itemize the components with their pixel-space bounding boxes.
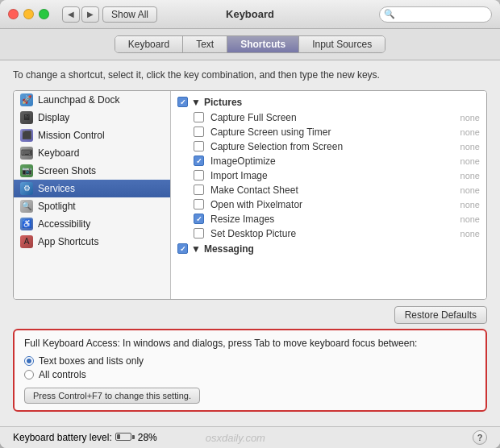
radio-all-controls[interactable]: All controls xyxy=(24,369,476,380)
instruction-text: To change a shortcut, select it, click t… xyxy=(13,68,487,82)
keyboard-icon: ⌨ xyxy=(20,147,33,160)
item-shortcut-4: none xyxy=(460,171,480,180)
screenshot-icon: 📷 xyxy=(20,164,33,177)
content-area: To change a shortcut, select it, click t… xyxy=(0,60,500,426)
item-label-7: Resize Images xyxy=(210,214,274,225)
item-shortcut-2: none xyxy=(460,142,480,151)
battery-label: Keyboard battery level: xyxy=(13,432,112,443)
right-item-8[interactable]: Set Desktop Picture none xyxy=(171,226,486,241)
sub-section-title: Messaging xyxy=(204,243,254,255)
shortcuts-pane: 🚀 Launchpad & Dock 🖥 Display ⬛ Mission C… xyxy=(13,90,487,300)
left-item-label: Mission Control xyxy=(38,130,105,141)
left-item-screenshots[interactable]: 📷 Screen Shots xyxy=(14,162,170,180)
item-label-0: Capture Full Screen xyxy=(210,112,297,123)
item-shortcut-8: none xyxy=(460,229,480,239)
minimize-button[interactable] xyxy=(23,9,34,19)
nav-buttons: ◀ ▶ xyxy=(62,6,99,23)
restore-defaults-button[interactable]: Restore Defaults xyxy=(394,306,487,324)
fka-title: Full Keyboard Access: In windows and dia… xyxy=(24,337,476,351)
ctrl-f7-button[interactable]: Press Control+F7 to change this setting. xyxy=(24,388,200,404)
tab-keyboard[interactable]: Keyboard xyxy=(115,36,183,52)
radio-text-boxes[interactable]: Text boxes and lists only xyxy=(24,355,476,367)
section-checkbox[interactable] xyxy=(177,97,188,107)
status-bar: Keyboard battery level: 28% osxdaily.com… xyxy=(0,426,500,448)
accessibility-icon: ♿ xyxy=(20,218,33,230)
item-checkbox-7[interactable] xyxy=(194,214,204,224)
item-checkbox-2[interactable] xyxy=(194,141,204,151)
title-bar: ◀ ▶ Show All Keyboard 🔍 xyxy=(0,0,500,29)
left-item-services[interactable]: ⚙ Services xyxy=(14,180,170,197)
right-item-1[interactable]: Capture Screen using Timer none xyxy=(171,125,486,139)
right-item-6[interactable]: Open with Pixelmator none xyxy=(171,197,486,212)
item-label-4: Import Image xyxy=(210,170,268,181)
item-label-1: Capture Screen using Timer xyxy=(210,127,331,138)
left-item-label: Spotlight xyxy=(38,201,76,212)
left-item-label: Keyboard xyxy=(38,147,79,159)
left-item-label: Services xyxy=(38,183,75,194)
right-item-3[interactable]: ImageOptimize none xyxy=(171,154,486,168)
item-checkbox-4[interactable] xyxy=(194,170,204,180)
item-checkbox-5[interactable] xyxy=(194,185,204,195)
item-checkbox-1[interactable] xyxy=(194,127,204,137)
show-all-button[interactable]: Show All xyxy=(102,6,157,23)
battery-percentage: 28% xyxy=(138,432,157,443)
item-checkbox-8[interactable] xyxy=(194,228,204,239)
left-item-label: App Shortcuts xyxy=(38,236,98,247)
left-item-accessibility[interactable]: ♿ Accessibility xyxy=(14,215,170,233)
maximize-button[interactable] xyxy=(39,9,49,19)
item-label-5: Make Contact Sheet xyxy=(210,185,298,196)
help-button[interactable]: ? xyxy=(473,430,487,445)
keyboard-window: ◀ ▶ Show All Keyboard 🔍 Keyboard Text Sh… xyxy=(0,0,500,448)
tab-input-sources[interactable]: Input Sources xyxy=(299,36,385,52)
item-shortcut-7: none xyxy=(460,214,480,224)
item-checkbox-3[interactable] xyxy=(194,156,204,166)
left-item-keyboard[interactable]: ⌨ Keyboard xyxy=(14,144,170,162)
item-checkbox-6[interactable] xyxy=(194,199,204,209)
item-shortcut-5: none xyxy=(460,185,480,195)
item-label-2: Capture Selection from Screen xyxy=(210,141,343,152)
sub-section-checkbox[interactable] xyxy=(177,243,188,254)
radio-all-controls-label: All controls xyxy=(39,369,86,380)
item-label-8: Set Desktop Picture xyxy=(210,228,296,239)
full-keyboard-access-box: Full Keyboard Access: In windows and dia… xyxy=(13,329,487,412)
radio-text-boxes-label: Text boxes and lists only xyxy=(39,355,144,367)
appshortcuts-icon: A xyxy=(20,235,33,248)
left-item-label: Display xyxy=(38,112,69,123)
right-item-4[interactable]: Import Image none xyxy=(171,168,486,183)
spotlight-icon: 🔍 xyxy=(20,200,33,213)
services-icon: ⚙ xyxy=(20,182,33,195)
back-button[interactable]: ◀ xyxy=(62,6,80,23)
section-title: Pictures xyxy=(204,97,242,108)
mission-icon: ⬛ xyxy=(20,129,33,142)
right-item-2[interactable]: Capture Selection from Screen none xyxy=(171,139,486,154)
forward-button[interactable]: ▶ xyxy=(81,6,99,23)
tabs-bar: Keyboard Text Shortcuts Input Sources xyxy=(0,29,500,60)
left-item-display[interactable]: 🖥 Display xyxy=(14,109,170,127)
launchpad-icon: 🚀 xyxy=(20,93,33,106)
left-item-launchpad[interactable]: 🚀 Launchpad & Dock xyxy=(14,91,170,109)
left-item-appshortcuts[interactable]: A App Shortcuts xyxy=(14,233,170,251)
item-label-6: Open with Pixelmator xyxy=(210,199,302,210)
item-shortcut-1: none xyxy=(460,127,480,137)
left-item-label: Screen Shots xyxy=(38,165,96,176)
radio-text-boxes-btn[interactable] xyxy=(24,356,34,366)
right-item-0[interactable]: Capture Full Screen none xyxy=(171,110,486,125)
window-title: Keyboard xyxy=(226,8,274,20)
search-box: 🔍 xyxy=(379,6,492,23)
watermark: osxdaily.com xyxy=(206,432,265,444)
right-pane: ▼ Pictures Capture Full Screen none Capt… xyxy=(171,91,486,299)
search-input[interactable] xyxy=(379,6,492,23)
item-shortcut-3: none xyxy=(460,156,480,166)
item-checkbox-0[interactable] xyxy=(194,112,204,122)
right-item-5[interactable]: Make Contact Sheet none xyxy=(171,183,486,197)
close-button[interactable] xyxy=(8,9,19,19)
tab-group: Keyboard Text Shortcuts Input Sources xyxy=(115,35,385,53)
left-pane: 🚀 Launchpad & Dock 🖥 Display ⬛ Mission C… xyxy=(14,91,171,299)
right-section-header: ▼ Pictures xyxy=(171,94,486,110)
left-item-spotlight[interactable]: 🔍 Spotlight xyxy=(14,197,170,215)
radio-all-controls-btn[interactable] xyxy=(24,370,34,380)
left-item-mission[interactable]: ⬛ Mission Control xyxy=(14,127,170,144)
right-item-7[interactable]: Resize Images none xyxy=(171,212,486,226)
tab-text[interactable]: Text xyxy=(183,36,227,52)
tab-shortcuts[interactable]: Shortcuts xyxy=(227,36,299,52)
